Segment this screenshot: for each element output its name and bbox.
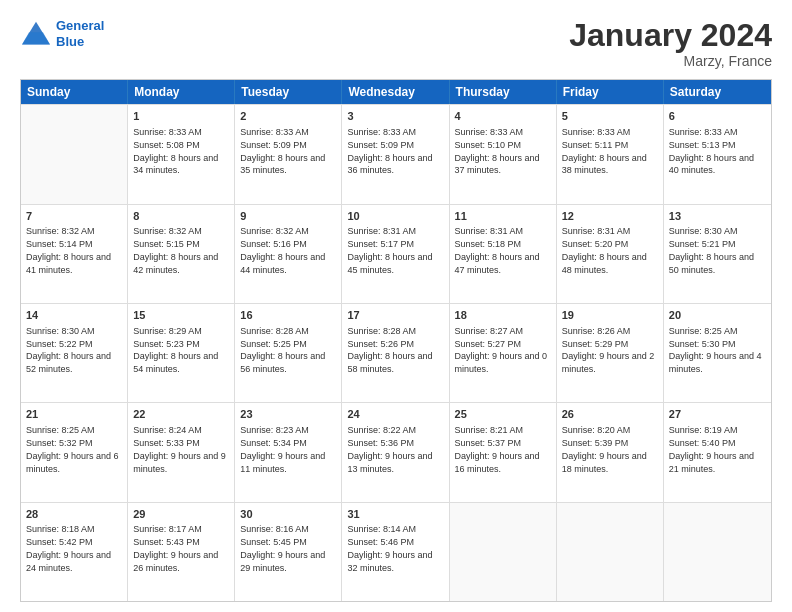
cal-cell-2-2: 16 Sunrise: 8:28 AMSunset: 5:25 PMDaylig… [235,304,342,402]
day-number: 26 [562,407,658,422]
cal-cell-1-3: 10 Sunrise: 8:31 AMSunset: 5:17 PMDaylig… [342,205,449,303]
day-info: Sunrise: 8:14 AMSunset: 5:46 PMDaylight:… [347,524,432,572]
cal-cell-4-0: 28 Sunrise: 8:18 AMSunset: 5:42 PMDaylig… [21,503,128,601]
cal-cell-2-5: 19 Sunrise: 8:26 AMSunset: 5:29 PMDaylig… [557,304,664,402]
day-number: 2 [240,109,336,124]
cal-cell-2-1: 15 Sunrise: 8:29 AMSunset: 5:23 PMDaylig… [128,304,235,402]
day-info: Sunrise: 8:23 AMSunset: 5:34 PMDaylight:… [240,425,325,473]
cal-cell-4-1: 29 Sunrise: 8:17 AMSunset: 5:43 PMDaylig… [128,503,235,601]
calendar: SundayMondayTuesdayWednesdayThursdayFrid… [20,79,772,602]
day-info: Sunrise: 8:32 AMSunset: 5:16 PMDaylight:… [240,226,325,274]
cal-cell-0-5: 5 Sunrise: 8:33 AMSunset: 5:11 PMDayligh… [557,105,664,203]
header-day-monday: Monday [128,80,235,104]
day-info: Sunrise: 8:17 AMSunset: 5:43 PMDaylight:… [133,524,218,572]
logo: General Blue [20,18,104,49]
week-row-0: 1 Sunrise: 8:33 AMSunset: 5:08 PMDayligh… [21,104,771,203]
day-number: 17 [347,308,443,323]
day-info: Sunrise: 8:33 AMSunset: 5:09 PMDaylight:… [347,127,432,175]
header-day-saturday: Saturday [664,80,771,104]
day-info: Sunrise: 8:22 AMSunset: 5:36 PMDaylight:… [347,425,432,473]
day-info: Sunrise: 8:19 AMSunset: 5:40 PMDaylight:… [669,425,754,473]
day-info: Sunrise: 8:24 AMSunset: 5:33 PMDaylight:… [133,425,226,473]
day-number: 11 [455,209,551,224]
day-number: 22 [133,407,229,422]
cal-cell-1-2: 9 Sunrise: 8:32 AMSunset: 5:16 PMDayligh… [235,205,342,303]
header-day-tuesday: Tuesday [235,80,342,104]
day-info: Sunrise: 8:21 AMSunset: 5:37 PMDaylight:… [455,425,540,473]
day-number: 1 [133,109,229,124]
day-number: 20 [669,308,766,323]
day-info: Sunrise: 8:33 AMSunset: 5:11 PMDaylight:… [562,127,647,175]
day-info: Sunrise: 8:33 AMSunset: 5:08 PMDaylight:… [133,127,218,175]
day-info: Sunrise: 8:28 AMSunset: 5:26 PMDaylight:… [347,326,432,374]
day-info: Sunrise: 8:30 AMSunset: 5:21 PMDaylight:… [669,226,754,274]
day-info: Sunrise: 8:33 AMSunset: 5:09 PMDaylight:… [240,127,325,175]
cal-cell-1-6: 13 Sunrise: 8:30 AMSunset: 5:21 PMDaylig… [664,205,771,303]
cal-cell-1-5: 12 Sunrise: 8:31 AMSunset: 5:20 PMDaylig… [557,205,664,303]
day-number: 7 [26,209,122,224]
day-info: Sunrise: 8:30 AMSunset: 5:22 PMDaylight:… [26,326,111,374]
day-info: Sunrise: 8:27 AMSunset: 5:27 PMDaylight:… [455,326,548,374]
cal-cell-3-2: 23 Sunrise: 8:23 AMSunset: 5:34 PMDaylig… [235,403,342,501]
calendar-header: SundayMondayTuesdayWednesdayThursdayFrid… [21,80,771,104]
cal-cell-3-6: 27 Sunrise: 8:19 AMSunset: 5:40 PMDaylig… [664,403,771,501]
header: General Blue January 2024 Marzy, France [20,18,772,69]
header-day-thursday: Thursday [450,80,557,104]
day-number: 24 [347,407,443,422]
header-day-sunday: Sunday [21,80,128,104]
calendar-subtitle: Marzy, France [569,53,772,69]
calendar-title: January 2024 [569,18,772,53]
cal-cell-0-3: 3 Sunrise: 8:33 AMSunset: 5:09 PMDayligh… [342,105,449,203]
cal-cell-1-4: 11 Sunrise: 8:31 AMSunset: 5:18 PMDaylig… [450,205,557,303]
cal-cell-0-0 [21,105,128,203]
day-info: Sunrise: 8:29 AMSunset: 5:23 PMDaylight:… [133,326,218,374]
day-info: Sunrise: 8:33 AMSunset: 5:10 PMDaylight:… [455,127,540,175]
day-info: Sunrise: 8:33 AMSunset: 5:13 PMDaylight:… [669,127,754,175]
cal-cell-2-4: 18 Sunrise: 8:27 AMSunset: 5:27 PMDaylig… [450,304,557,402]
day-number: 30 [240,507,336,522]
cal-cell-3-0: 21 Sunrise: 8:25 AMSunset: 5:32 PMDaylig… [21,403,128,501]
day-info: Sunrise: 8:32 AMSunset: 5:15 PMDaylight:… [133,226,218,274]
cal-cell-0-4: 4 Sunrise: 8:33 AMSunset: 5:10 PMDayligh… [450,105,557,203]
day-number: 10 [347,209,443,224]
day-number: 16 [240,308,336,323]
cal-cell-1-0: 7 Sunrise: 8:32 AMSunset: 5:14 PMDayligh… [21,205,128,303]
header-day-friday: Friday [557,80,664,104]
day-info: Sunrise: 8:25 AMSunset: 5:30 PMDaylight:… [669,326,762,374]
day-info: Sunrise: 8:25 AMSunset: 5:32 PMDaylight:… [26,425,119,473]
cal-cell-4-4 [450,503,557,601]
cal-cell-2-6: 20 Sunrise: 8:25 AMSunset: 5:30 PMDaylig… [664,304,771,402]
week-row-4: 28 Sunrise: 8:18 AMSunset: 5:42 PMDaylig… [21,502,771,601]
day-number: 18 [455,308,551,323]
day-info: Sunrise: 8:31 AMSunset: 5:18 PMDaylight:… [455,226,540,274]
cal-cell-3-4: 25 Sunrise: 8:21 AMSunset: 5:37 PMDaylig… [450,403,557,501]
cal-cell-3-5: 26 Sunrise: 8:20 AMSunset: 5:39 PMDaylig… [557,403,664,501]
cal-cell-2-3: 17 Sunrise: 8:28 AMSunset: 5:26 PMDaylig… [342,304,449,402]
day-number: 21 [26,407,122,422]
cal-cell-2-0: 14 Sunrise: 8:30 AMSunset: 5:22 PMDaylig… [21,304,128,402]
day-number: 6 [669,109,766,124]
cal-cell-4-2: 30 Sunrise: 8:16 AMSunset: 5:45 PMDaylig… [235,503,342,601]
logo-line2: Blue [56,34,84,49]
day-info: Sunrise: 8:31 AMSunset: 5:20 PMDaylight:… [562,226,647,274]
week-row-3: 21 Sunrise: 8:25 AMSunset: 5:32 PMDaylig… [21,402,771,501]
day-info: Sunrise: 8:31 AMSunset: 5:17 PMDaylight:… [347,226,432,274]
cal-cell-3-1: 22 Sunrise: 8:24 AMSunset: 5:33 PMDaylig… [128,403,235,501]
day-number: 4 [455,109,551,124]
cal-cell-4-6 [664,503,771,601]
day-info: Sunrise: 8:16 AMSunset: 5:45 PMDaylight:… [240,524,325,572]
cal-cell-0-1: 1 Sunrise: 8:33 AMSunset: 5:08 PMDayligh… [128,105,235,203]
cal-cell-1-1: 8 Sunrise: 8:32 AMSunset: 5:15 PMDayligh… [128,205,235,303]
day-number: 15 [133,308,229,323]
day-number: 23 [240,407,336,422]
day-number: 5 [562,109,658,124]
day-number: 3 [347,109,443,124]
cal-cell-4-5 [557,503,664,601]
day-number: 19 [562,308,658,323]
header-day-wednesday: Wednesday [342,80,449,104]
cal-cell-0-2: 2 Sunrise: 8:33 AMSunset: 5:09 PMDayligh… [235,105,342,203]
day-number: 14 [26,308,122,323]
calendar-body: 1 Sunrise: 8:33 AMSunset: 5:08 PMDayligh… [21,104,771,601]
day-number: 8 [133,209,229,224]
page: General Blue January 2024 Marzy, France … [0,0,792,612]
